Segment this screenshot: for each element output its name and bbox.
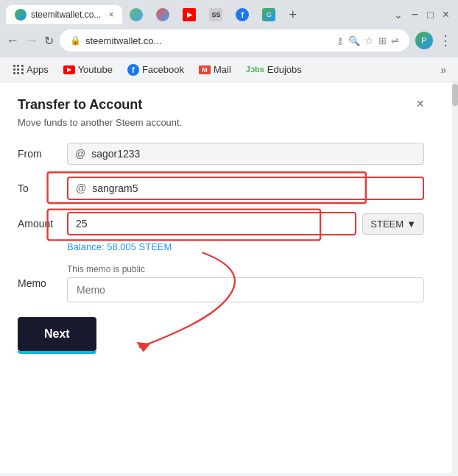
amount-input-wrapper[interactable] [67,212,356,235]
lock-icon: 🔒 [70,35,81,46]
amount-input[interactable] [76,218,348,230]
modal-close-button[interactable]: × [416,97,424,110]
down-arrow-icon: ⌄ [394,9,403,21]
memo-row: Memo [18,277,424,302]
new-tab-button[interactable]: + [283,6,303,24]
from-at-sign: @ [75,148,85,160]
currency-select[interactable]: STEEM ▼ [362,213,424,235]
tab-icon-5: f [236,8,249,21]
to-field-row: To @ [18,177,424,200]
window-controls: ⌄ − □ × [394,8,452,21]
profile-avatar[interactable]: P [415,32,433,49]
tab-icon-6: G [262,8,275,21]
to-input[interactable] [92,182,415,194]
modal-header: Transfer to Account × [18,97,424,113]
youtube-label: Youtube [78,64,113,75]
search-icon[interactable]: 🔍 [348,35,360,46]
bookmark-mail[interactable]: M Mail [193,62,237,77]
from-input[interactable] [91,148,416,160]
edujobs-label: Edujobs [267,64,302,75]
scrollbar[interactable] [452,82,458,473]
close-button[interactable]: × [443,8,449,21]
forward-button[interactable]: → [25,33,38,49]
star-icon[interactable]: ☆ [364,35,374,46]
cast-icon[interactable]: ⇌ [391,35,399,46]
page-content: Transfer to Account × Move funds to anot… [0,82,458,473]
maximize-button[interactable]: □ [427,9,433,21]
to-label: To [18,182,58,194]
amount-field-row: Amount STEEM ▼ Balance: 58.005 STEEM [18,212,424,252]
inactive-tab-1[interactable] [124,4,149,25]
amount-label: Amount [18,218,58,230]
memo-section: This memo is public Memo [18,264,424,302]
address-input-bar[interactable]: 🔒 steemitwallet.co... ⚷ 🔍 ☆ ⊞ ⇌ [60,29,409,51]
tab-icon-4: SS [209,8,222,21]
balance-display: Balance: 58.005 STEEM [67,241,172,252]
tab-icon-2 [156,8,169,21]
address-bar: ← → ↻ 🔒 steemitwallet.co... ⚷ 🔍 ☆ ⊞ ⇌ P … [0,25,458,57]
bookmark-facebook[interactable]: f Facebook [121,62,190,78]
extensions-icon[interactable]: ⊞ [378,35,387,46]
tab-close-btn[interactable]: × [108,10,113,20]
svg-marker-2 [136,342,150,352]
facebook-label: Facebook [142,64,184,75]
mail-label: Mail [214,64,231,75]
browser-chrome: steemitwallet.co... × ▶ SS f G + ⌄ − □ [0,0,458,82]
more-menu-button[interactable]: ⋮ [439,32,452,49]
bookmark-edujobs[interactable]: Jɔbs Edujobs [240,62,308,77]
from-input-wrapper: @ [67,143,424,165]
inactive-tab-3[interactable]: ▶ [177,4,202,25]
bookmarks-bar: Apps ▶ Youtube f Facebook M Mail Jɔbs Ed… [0,57,458,82]
key-icon: ⚷ [337,35,344,46]
from-field-row: From @ [18,143,424,165]
modal-subtitle: Move funds to another Steem account. [18,117,424,128]
apps-icon [13,65,24,74]
tab-label: steemitwallet.co... [31,10,101,20]
tabs-row: steemitwallet.co... × ▶ SS f G + ⌄ − □ [0,0,458,25]
next-button[interactable]: Next [18,317,96,351]
inactive-tab-6[interactable]: G [256,4,281,25]
scrollbar-thumb[interactable] [452,84,458,106]
transfer-modal: Transfer to Account × Move funds to anot… [0,82,442,366]
apps-label: Apps [27,64,49,75]
inactive-tab-5[interactable]: f [230,4,255,25]
from-label: From [18,148,58,160]
back-button[interactable]: ← [6,33,19,49]
memo-input[interactable] [67,277,424,302]
minimize-button[interactable]: − [412,8,418,21]
reload-button[interactable]: ↻ [44,34,54,48]
inactive-tab-4[interactable]: SS [203,4,228,25]
to-at-sign: @ [76,182,86,194]
memo-public-note: This memo is public [67,264,424,274]
currency-dropdown-icon: ▼ [406,219,416,230]
currency-label: STEEM [370,219,404,230]
more-bookmarks-button[interactable]: » [436,63,451,77]
youtube-icon: ▶ [63,65,75,74]
edujobs-icon: Jɔbs [246,65,264,74]
bookmark-apps[interactable]: Apps [7,62,54,77]
tab-favicon [15,9,27,21]
active-tab[interactable]: steemitwallet.co... × [6,5,122,24]
to-input-wrapper[interactable]: @ [67,177,424,200]
memo-label: Memo [18,277,58,289]
bookmark-youtube[interactable]: ▶ Youtube [57,62,119,77]
modal-title: Transfer to Account [18,97,142,113]
url-text: steemitwallet.co... [85,35,332,46]
facebook-icon: f [127,64,139,76]
tab-icon-1 [130,8,143,21]
mail-icon: M [199,65,211,74]
tab-icon-3: ▶ [183,8,196,21]
inactive-tab-2[interactable] [150,4,175,25]
